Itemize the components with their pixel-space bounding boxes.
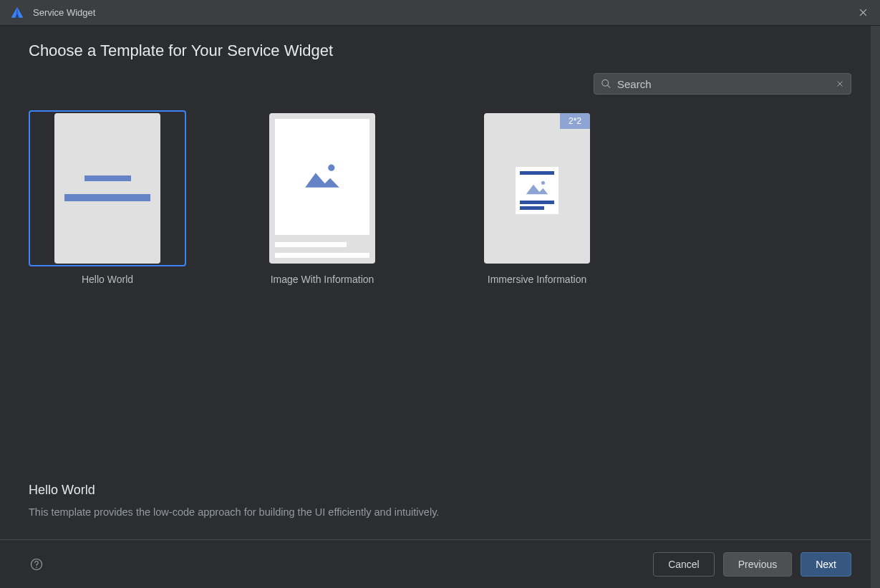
template-label: Immersive Information — [488, 274, 586, 285]
previous-button[interactable]: Previous — [723, 552, 792, 577]
close-button[interactable] — [853, 3, 873, 23]
template-label: Image With Information — [271, 274, 374, 285]
description-title: Hello World — [29, 483, 851, 498]
template-list: Hello World Image Wi — [29, 110, 851, 285]
svg-point-5 — [36, 567, 37, 568]
content-area: Choose a Template for Your Service Widge… — [0, 26, 880, 539]
template-thumbnail — [269, 113, 375, 264]
search-row — [29, 73, 851, 95]
footer: Cancel Previous Next — [0, 539, 880, 588]
close-icon — [859, 8, 868, 17]
cancel-button[interactable]: Cancel — [653, 552, 715, 577]
template-card-immersive-information[interactable]: 2*2 Immersive Information — [458, 110, 616, 285]
app-logo-icon — [10, 6, 24, 20]
svg-line-1 — [607, 85, 610, 88]
help-icon — [30, 558, 43, 571]
template-thumbnail — [54, 113, 160, 264]
svg-point-0 — [602, 79, 609, 86]
search-field-wrap — [594, 73, 851, 95]
mountain-icon — [525, 180, 549, 196]
window-title: Service Widget — [33, 7, 853, 18]
size-badge: 2*2 — [560, 113, 590, 129]
template-thumbnail-frame: 2*2 — [458, 110, 616, 266]
search-icon — [601, 79, 611, 90]
scrollbar[interactable] — [871, 26, 880, 588]
search-input[interactable] — [594, 73, 851, 95]
svg-point-2 — [328, 165, 334, 171]
next-button[interactable]: Next — [801, 552, 851, 577]
titlebar: Service Widget — [0, 0, 880, 26]
description-text: This template provides the low-code appr… — [29, 506, 851, 518]
template-label: Hello World — [82, 274, 133, 285]
template-thumbnail: 2*2 — [484, 113, 590, 264]
svg-point-3 — [541, 181, 545, 185]
clear-icon — [836, 79, 844, 88]
description-panel: Hello World This template provides the l… — [29, 483, 851, 518]
template-thumbnail-frame — [29, 110, 186, 266]
template-thumbnail-frame — [243, 110, 401, 266]
search-clear-button[interactable] — [834, 78, 846, 90]
page-heading: Choose a Template for Your Service Widge… — [29, 42, 851, 60]
template-card-image-with-information[interactable]: Image With Information — [243, 110, 401, 285]
image-placeholder-icon — [302, 161, 342, 193]
template-card-hello-world[interactable]: Hello World — [29, 110, 186, 285]
help-button[interactable] — [29, 556, 44, 572]
